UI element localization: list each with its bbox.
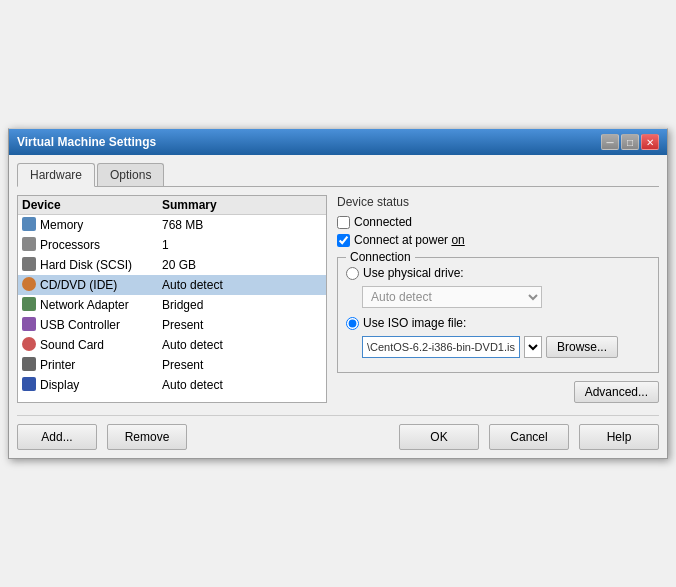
connected-checkbox[interactable]	[337, 216, 350, 229]
sound-icon	[22, 337, 36, 351]
close-button[interactable]: ✕	[641, 134, 659, 150]
device-summary: 20 GB	[162, 258, 322, 272]
memory-icon	[22, 217, 36, 231]
display-icon	[22, 377, 36, 391]
device-summary: 768 MB	[162, 218, 322, 232]
device-name: Network Adapter	[40, 298, 129, 312]
advanced-row: Advanced...	[337, 381, 659, 403]
remove-button[interactable]: Remove	[107, 424, 187, 450]
device-summary: Auto detect	[162, 378, 322, 392]
virtual-machine-settings-window: Virtual Machine Settings ─ □ ✕ Hardware …	[8, 128, 668, 459]
connect-power-label: Connect at power on	[354, 233, 465, 247]
cpu-icon	[22, 237, 36, 251]
device-name: Memory	[40, 218, 83, 232]
connected-row: Connected	[337, 215, 659, 229]
device-name: USB Controller	[40, 318, 120, 332]
iso-path-input[interactable]	[362, 336, 520, 358]
device-panel: Device Summary Memory768 MBProcessors1Ha…	[17, 195, 327, 403]
connect-power-row: Connect at power on	[337, 233, 659, 247]
use-physical-label: Use physical drive:	[363, 266, 464, 280]
cdrom-icon	[22, 277, 36, 291]
main-area: Device Summary Memory768 MBProcessors1Ha…	[17, 195, 659, 403]
use-iso-row: Use ISO image file:	[346, 316, 650, 330]
printer-icon	[22, 357, 36, 371]
use-physical-radio[interactable]	[346, 267, 359, 280]
table-row[interactable]: PrinterPresent	[18, 355, 326, 375]
title-bar-controls: ─ □ ✕	[601, 134, 659, 150]
device-summary: Auto detect	[162, 278, 322, 292]
ok-button[interactable]: OK	[399, 424, 479, 450]
connection-section: Connection Use physical drive: Auto dete…	[337, 257, 659, 373]
help-button[interactable]: Help	[579, 424, 659, 450]
cancel-button[interactable]: Cancel	[489, 424, 569, 450]
table-row[interactable]: Hard Disk (SCSI)20 GB	[18, 255, 326, 275]
device-table-body: Memory768 MBProcessors1Hard Disk (SCSI)2…	[18, 215, 326, 395]
device-name: Printer	[40, 358, 75, 372]
window-content: Hardware Options Device Summary Memory76…	[9, 155, 667, 458]
footer-buttons: Add... Remove OK Cancel Help	[17, 415, 659, 450]
table-row[interactable]: Network AdapterBridged	[18, 295, 326, 315]
use-iso-label: Use ISO image file:	[363, 316, 466, 330]
physical-drive-dropdown[interactable]: Auto detect	[362, 286, 542, 308]
add-button[interactable]: Add...	[17, 424, 97, 450]
advanced-button[interactable]: Advanced...	[574, 381, 659, 403]
settings-panel: Device status Connected Connect at power…	[337, 195, 659, 403]
device-table-header: Device Summary	[18, 196, 326, 215]
device-name: Processors	[40, 238, 100, 252]
table-row[interactable]: USB ControllerPresent	[18, 315, 326, 335]
table-row[interactable]: Memory768 MB	[18, 215, 326, 235]
iso-dropdown[interactable]	[524, 336, 542, 358]
browse-button[interactable]: Browse...	[546, 336, 618, 358]
device-summary: Present	[162, 358, 322, 372]
table-row[interactable]: CD/DVD (IDE)Auto detect	[18, 275, 326, 295]
use-physical-row: Use physical drive:	[346, 266, 650, 280]
table-row[interactable]: Sound CardAuto detect	[18, 335, 326, 355]
nic-icon	[22, 297, 36, 311]
table-row[interactable]: DisplayAuto detect	[18, 375, 326, 395]
hdd-icon	[22, 257, 36, 271]
physical-dropdown-row: Auto detect	[362, 286, 650, 308]
tab-hardware[interactable]: Hardware	[17, 163, 95, 187]
table-row[interactable]: Processors1	[18, 235, 326, 255]
summary-col-header: Summary	[162, 198, 322, 212]
connection-section-title: Connection	[346, 250, 415, 264]
tab-bar: Hardware Options	[17, 163, 659, 187]
device-summary: Present	[162, 318, 322, 332]
connected-label: Connected	[354, 215, 412, 229]
device-name: Hard Disk (SCSI)	[40, 258, 132, 272]
connect-power-checkbox[interactable]	[337, 234, 350, 247]
minimize-button[interactable]: ─	[601, 134, 619, 150]
iso-input-row: Browse...	[362, 336, 650, 358]
use-iso-radio[interactable]	[346, 317, 359, 330]
device-status-title: Device status	[337, 195, 659, 209]
device-summary: Bridged	[162, 298, 322, 312]
device-summary: Auto detect	[162, 338, 322, 352]
maximize-button[interactable]: □	[621, 134, 639, 150]
device-summary: 1	[162, 238, 322, 252]
device-col-header: Device	[22, 198, 162, 212]
device-name: Sound Card	[40, 338, 104, 352]
window-title: Virtual Machine Settings	[17, 135, 156, 149]
device-name: Display	[40, 378, 79, 392]
title-bar: Virtual Machine Settings ─ □ ✕	[9, 129, 667, 155]
usb-icon	[22, 317, 36, 331]
device-name: CD/DVD (IDE)	[40, 278, 117, 292]
tab-options[interactable]: Options	[97, 163, 164, 186]
